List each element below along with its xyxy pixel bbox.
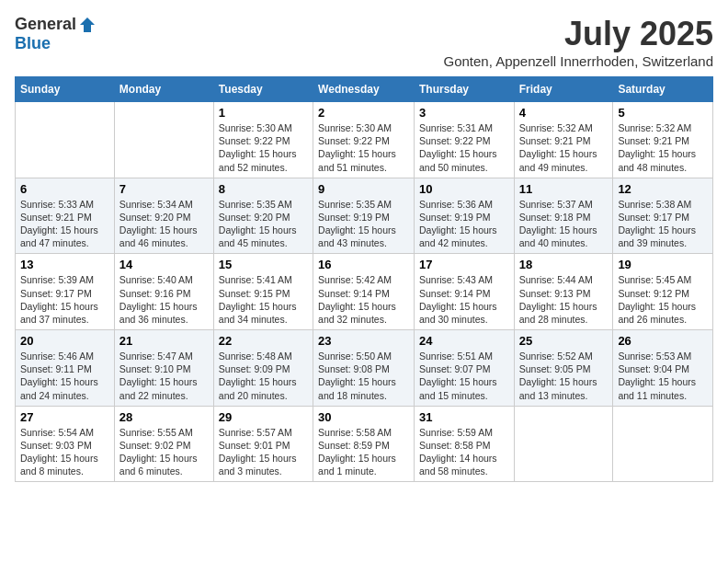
day-detail: Sunrise: 5:55 AM Sunset: 9:02 PM Dayligh…	[119, 426, 209, 478]
day-detail: Sunrise: 5:38 AM Sunset: 9:17 PM Dayligh…	[618, 198, 708, 250]
calendar-cell: 3Sunrise: 5:31 AM Sunset: 9:22 PM Daylig…	[414, 102, 514, 178]
calendar-cell: 21Sunrise: 5:47 AM Sunset: 9:10 PM Dayli…	[114, 330, 213, 407]
day-detail: Sunrise: 5:45 AM Sunset: 9:12 PM Dayligh…	[618, 273, 708, 326]
calendar-cell: 9Sunrise: 5:35 AM Sunset: 9:19 PM Daylig…	[313, 178, 415, 254]
day-detail: Sunrise: 5:54 AM Sunset: 9:03 PM Dayligh…	[20, 426, 109, 478]
calendar-week-row: 1Sunrise: 5:30 AM Sunset: 9:22 PM Daylig…	[16, 102, 713, 178]
day-detail: Sunrise: 5:41 AM Sunset: 9:15 PM Dayligh…	[219, 273, 308, 326]
day-detail: Sunrise: 5:32 AM Sunset: 9:21 PM Dayligh…	[618, 121, 708, 174]
day-number: 3	[419, 106, 509, 120]
day-number: 24	[419, 334, 509, 348]
calendar-cell: 15Sunrise: 5:41 AM Sunset: 9:15 PM Dayli…	[213, 254, 313, 330]
day-number: 17	[419, 258, 509, 271]
calendar-cell: 26Sunrise: 5:53 AM Sunset: 9:04 PM Dayli…	[613, 330, 713, 407]
col-wednesday: Wednesday	[313, 77, 415, 102]
day-detail: Sunrise: 5:40 AM Sunset: 9:16 PM Dayligh…	[119, 273, 209, 326]
day-detail: Sunrise: 5:30 AM Sunset: 9:22 PM Dayligh…	[318, 121, 409, 174]
day-number: 19	[618, 258, 708, 271]
calendar-cell: 20Sunrise: 5:46 AM Sunset: 9:11 PM Dayli…	[16, 330, 115, 407]
day-detail: Sunrise: 5:53 AM Sunset: 9:04 PM Dayligh…	[618, 350, 708, 402]
col-sunday: Sunday	[16, 77, 115, 102]
day-number: 15	[219, 258, 308, 271]
day-detail: Sunrise: 5:52 AM Sunset: 9:05 PM Dayligh…	[519, 350, 609, 402]
col-tuesday: Tuesday	[213, 77, 313, 102]
location-title: Gonten, Appenzell Innerrhoden, Switzerla…	[443, 53, 713, 69]
day-number: 5	[618, 106, 708, 120]
month-title: July 2025	[443, 15, 713, 53]
day-number: 9	[318, 182, 409, 196]
day-detail: Sunrise: 5:35 AM Sunset: 9:19 PM Dayligh…	[318, 198, 409, 250]
calendar-week-row: 27Sunrise: 5:54 AM Sunset: 9:03 PM Dayli…	[16, 406, 713, 482]
day-detail: Sunrise: 5:59 AM Sunset: 8:58 PM Dayligh…	[419, 426, 509, 478]
calendar-cell: 2Sunrise: 5:30 AM Sunset: 9:22 PM Daylig…	[313, 102, 415, 178]
calendar-cell: 25Sunrise: 5:52 AM Sunset: 9:05 PM Dayli…	[514, 330, 613, 407]
day-number: 22	[219, 334, 308, 348]
day-number: 2	[318, 106, 409, 120]
day-number: 1	[219, 106, 308, 120]
col-friday: Friday	[514, 77, 613, 102]
day-number: 7	[119, 182, 209, 196]
calendar-cell: 30Sunrise: 5:58 AM Sunset: 8:59 PM Dayli…	[313, 406, 415, 482]
calendar-cell: 24Sunrise: 5:51 AM Sunset: 9:07 PM Dayli…	[414, 330, 514, 407]
day-detail: Sunrise: 5:44 AM Sunset: 9:13 PM Dayligh…	[519, 273, 609, 326]
calendar-cell: 23Sunrise: 5:50 AM Sunset: 9:08 PM Dayli…	[313, 330, 415, 407]
day-detail: Sunrise: 5:36 AM Sunset: 9:19 PM Dayligh…	[419, 198, 509, 250]
day-number: 14	[119, 258, 209, 271]
calendar-cell: 7Sunrise: 5:34 AM Sunset: 9:20 PM Daylig…	[114, 178, 213, 254]
day-detail: Sunrise: 5:46 AM Sunset: 9:11 PM Dayligh…	[20, 350, 109, 402]
calendar-cell: 13Sunrise: 5:39 AM Sunset: 9:17 PM Dayli…	[16, 254, 115, 330]
day-detail: Sunrise: 5:31 AM Sunset: 9:22 PM Dayligh…	[419, 121, 509, 174]
day-number: 29	[219, 410, 308, 424]
day-number: 11	[519, 182, 609, 196]
day-detail: Sunrise: 5:30 AM Sunset: 9:22 PM Dayligh…	[219, 121, 308, 174]
calendar-cell: 4Sunrise: 5:32 AM Sunset: 9:21 PM Daylig…	[514, 102, 613, 178]
day-detail: Sunrise: 5:47 AM Sunset: 9:10 PM Dayligh…	[119, 350, 209, 402]
calendar-cell: 8Sunrise: 5:35 AM Sunset: 9:20 PM Daylig…	[213, 178, 313, 254]
calendar-cell: 31Sunrise: 5:59 AM Sunset: 8:58 PM Dayli…	[414, 406, 514, 482]
logo-general-text: General	[15, 15, 76, 34]
calendar-week-row: 20Sunrise: 5:46 AM Sunset: 9:11 PM Dayli…	[16, 330, 713, 407]
day-number: 4	[519, 106, 609, 120]
day-detail: Sunrise: 5:34 AM Sunset: 9:20 PM Dayligh…	[119, 198, 209, 250]
calendar-cell: 12Sunrise: 5:38 AM Sunset: 9:17 PM Dayli…	[613, 178, 713, 254]
calendar-cell: 16Sunrise: 5:42 AM Sunset: 9:14 PM Dayli…	[313, 254, 415, 330]
calendar-cell: 27Sunrise: 5:54 AM Sunset: 9:03 PM Dayli…	[16, 406, 115, 482]
day-detail: Sunrise: 5:48 AM Sunset: 9:09 PM Dayligh…	[219, 350, 308, 402]
calendar-week-row: 13Sunrise: 5:39 AM Sunset: 9:17 PM Dayli…	[16, 254, 713, 330]
calendar-table: Sunday Monday Tuesday Wednesday Thursday…	[15, 76, 713, 482]
calendar-cell: 19Sunrise: 5:45 AM Sunset: 9:12 PM Dayli…	[613, 254, 713, 330]
day-detail: Sunrise: 5:51 AM Sunset: 9:07 PM Dayligh…	[419, 350, 509, 402]
day-number: 28	[119, 410, 209, 424]
day-number: 12	[618, 182, 708, 196]
day-detail: Sunrise: 5:33 AM Sunset: 9:21 PM Dayligh…	[20, 198, 109, 250]
day-number: 6	[20, 182, 109, 196]
logo-icon	[78, 16, 97, 34]
day-number: 27	[20, 410, 109, 424]
calendar-cell: 17Sunrise: 5:43 AM Sunset: 9:14 PM Dayli…	[414, 254, 514, 330]
day-number: 10	[419, 182, 509, 196]
calendar-header-row: Sunday Monday Tuesday Wednesday Thursday…	[16, 77, 713, 102]
calendar-cell	[16, 102, 115, 178]
day-detail: Sunrise: 5:43 AM Sunset: 9:14 PM Dayligh…	[419, 273, 509, 326]
calendar-week-row: 6Sunrise: 5:33 AM Sunset: 9:21 PM Daylig…	[16, 178, 713, 254]
calendar-cell: 29Sunrise: 5:57 AM Sunset: 9:01 PM Dayli…	[213, 406, 313, 482]
calendar-cell: 14Sunrise: 5:40 AM Sunset: 9:16 PM Dayli…	[114, 254, 213, 330]
calendar-cell: 1Sunrise: 5:30 AM Sunset: 9:22 PM Daylig…	[213, 102, 313, 178]
calendar-cell: 28Sunrise: 5:55 AM Sunset: 9:02 PM Dayli…	[114, 406, 213, 482]
day-number: 23	[318, 334, 409, 348]
calendar-cell: 22Sunrise: 5:48 AM Sunset: 9:09 PM Dayli…	[213, 330, 313, 407]
calendar-cell: 11Sunrise: 5:37 AM Sunset: 9:18 PM Dayli…	[514, 178, 613, 254]
col-monday: Monday	[114, 77, 213, 102]
calendar-cell: 10Sunrise: 5:36 AM Sunset: 9:19 PM Dayli…	[414, 178, 514, 254]
col-thursday: Thursday	[414, 77, 514, 102]
day-detail: Sunrise: 5:58 AM Sunset: 8:59 PM Dayligh…	[318, 426, 409, 478]
day-number: 26	[618, 334, 708, 348]
day-number: 30	[318, 410, 409, 424]
calendar-cell	[114, 102, 213, 178]
day-number: 20	[20, 334, 109, 348]
logo: General Blue	[15, 15, 97, 53]
calendar-cell	[514, 406, 613, 482]
title-area: July 2025 Gonten, Appenzell Innerrhoden,…	[443, 15, 713, 69]
day-number: 8	[219, 182, 308, 196]
day-number: 18	[519, 258, 609, 271]
